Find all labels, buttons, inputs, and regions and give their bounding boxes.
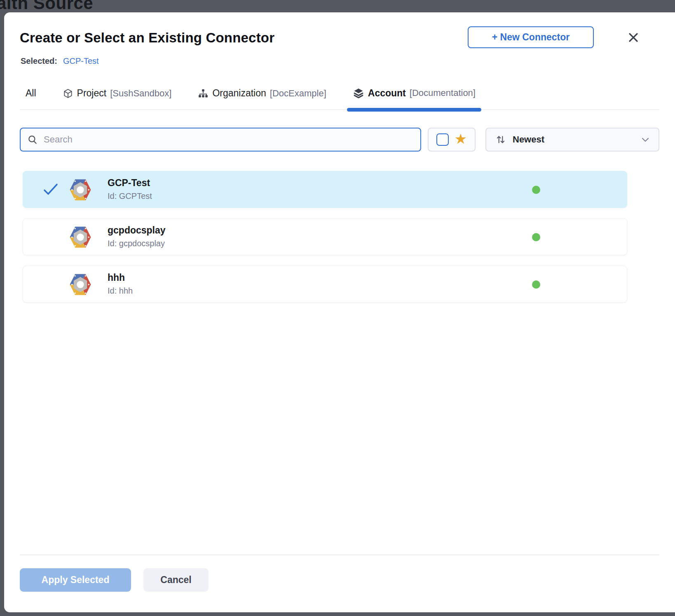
star-icon: ★ [455, 132, 467, 146]
connector-id: Id: GCPTest [108, 191, 152, 201]
tab-all[interactable]: All [20, 84, 42, 110]
apply-selected-button[interactable]: Apply Selected [20, 568, 131, 592]
cube-icon [63, 88, 73, 99]
cancel-button[interactable]: Cancel [143, 568, 209, 592]
search-icon [27, 134, 38, 145]
connector-meta: hhh Id: hhh [108, 272, 133, 296]
new-connector-button[interactable]: + New Connector [468, 26, 594, 48]
tab-account-scope: [Documentation] [410, 88, 476, 98]
connector-row-hhh[interactable]: hhh Id: hhh [23, 266, 627, 303]
connector-meta: gcpdocsplay Id: gcpdocsplay [108, 225, 166, 248]
checkmark-icon [43, 183, 59, 196]
close-button[interactable] [626, 31, 640, 45]
tab-all-label: All [26, 88, 36, 99]
status-dot [532, 280, 540, 289]
chevron-down-icon [641, 137, 649, 142]
connector-list: GCP-Test Id: GCPTest [23, 171, 627, 313]
connector-id: Id: hhh [108, 286, 133, 296]
tab-project-scope: [SushSandbox] [110, 88, 171, 99]
selected-connector-line: Selected:GCP-Test [21, 56, 99, 66]
selected-connector-link[interactable]: GCP-Test [63, 56, 99, 65]
connector-id: Id: gcpdocsplay [108, 239, 166, 248]
tab-project-label: Project [77, 88, 107, 99]
search-box [20, 128, 421, 152]
search-input[interactable] [44, 134, 414, 145]
selected-label: Selected: [21, 56, 57, 65]
tab-account[interactable]: Account [Documentation] [347, 83, 481, 110]
tab-account-label: Account [368, 88, 406, 99]
connector-name: GCP-Test [108, 177, 152, 189]
gcp-connector-icon [68, 225, 92, 249]
gcp-connector-icon [68, 178, 92, 202]
sort-dropdown[interactable]: Newest [485, 128, 659, 152]
connector-selection-modal: Create or Select an Existing Connector +… [4, 12, 675, 612]
tab-organization-scope: [DocExample] [270, 88, 326, 99]
status-dot [532, 186, 540, 194]
layers-icon [353, 87, 364, 99]
gcp-connector-icon [68, 273, 92, 296]
connector-meta: GCP-Test Id: GCPTest [108, 177, 152, 201]
sort-selected-value: Newest [513, 134, 635, 145]
connector-row-gcpdocsplay[interactable]: gcpdocsplay Id: gcpdocsplay [23, 218, 627, 255]
connector-name: gcpdocsplay [108, 225, 166, 236]
tab-organization[interactable]: Organization [DocExample] [192, 84, 332, 110]
tab-project[interactable]: Project [SushSandbox] [57, 84, 178, 110]
scope-tabs: All Project [SushSandbox] [20, 83, 659, 110]
footer-divider [20, 555, 659, 555]
status-dot [532, 233, 540, 241]
modal-title: Create or Select an Existing Connector [20, 30, 274, 46]
list-controls: ★ Newest [20, 128, 659, 152]
favorites-checkbox[interactable] [436, 133, 449, 146]
tab-organization-label: Organization [212, 88, 266, 99]
connector-row-gcp-test[interactable]: GCP-Test Id: GCPTest [23, 171, 627, 208]
background-page-title-fragment: alth Source [0, 0, 93, 13]
org-chart-icon [198, 88, 209, 99]
close-icon [628, 32, 639, 44]
connector-name: hhh [108, 272, 133, 283]
sort-arrows-icon [495, 134, 506, 145]
favorites-filter: ★ [428, 128, 476, 152]
